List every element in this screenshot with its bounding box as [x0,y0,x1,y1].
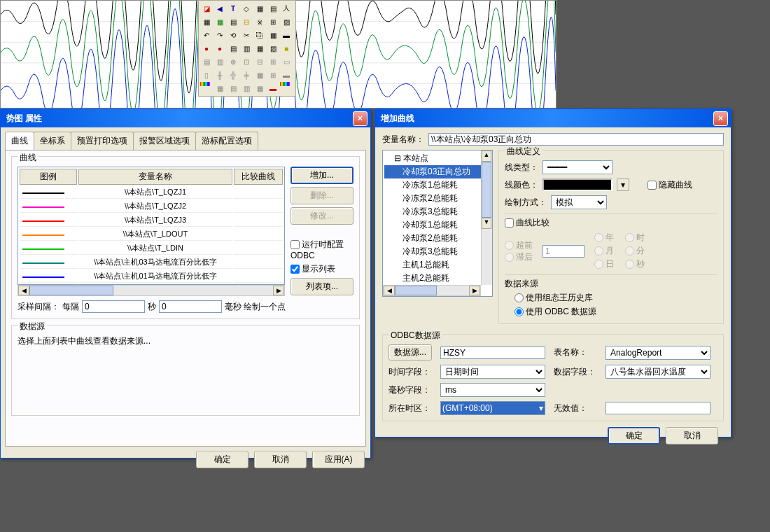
delete-button[interactable]: 删除... [290,187,354,204]
tool-icon[interactable]: ▥ [240,82,253,94]
tool-icon[interactable]: ▧ [267,42,279,55]
listopt-button[interactable]: 列表项... [290,278,354,295]
tool-icon[interactable]: ▥ [240,42,253,55]
h-scrollbar[interactable]: ◀ ▶ [18,285,285,296]
tool-icon[interactable]: ╪ [240,69,253,81]
tree-item[interactable]: 冷却泵1总能耗 [384,218,491,232]
showlist-checkbox[interactable]: 显示列表 [290,263,354,275]
scroll-left-icon[interactable]: ◀ [384,286,395,295]
tool-icon[interactable]: ▬ [280,69,293,81]
tool-icon[interactable]: ╫ [214,69,226,81]
tree-item[interactable]: 冷冻泵2总能耗 [384,192,491,205]
scroll-thumb[interactable] [395,286,437,295]
col-legend[interactable]: 图例 [20,169,77,185]
tool-icon[interactable]: ▦ [253,42,266,55]
tool-icon[interactable]: ▦ [253,2,266,15]
scroll-up-icon[interactable]: ▲ [482,150,491,162]
msfield-select[interactable]: ms [440,383,545,397]
tool-icon[interactable]: ▬ [267,82,279,94]
tool-icon[interactable]: ╬ [227,69,239,81]
tool-cut-icon[interactable]: ✂ [240,29,253,41]
tool-icon[interactable]: ◪ [200,2,213,15]
close-icon[interactable]: × [713,111,728,126]
tool-icon[interactable]: ⊞ [267,69,279,81]
variable-tree[interactable]: 本站点 冷却泵03正向总功冷冻泵1总能耗冷冻泵2总能耗冷冻泵3总能耗冷却泵1总能… [382,150,493,297]
tool-icon[interactable]: ⊡ [240,55,253,68]
table-row[interactable]: \\本站点\T_LQZJ1 [20,186,283,199]
compare-checkbox[interactable]: 曲线比较 [505,218,550,227]
tab-cursor[interactable]: 游标配置选项 [195,132,258,150]
tree-item[interactable]: 主机1总能耗 [384,258,491,272]
table-select[interactable]: AnalogReport [606,346,710,360]
tool-redo-icon[interactable]: ↷ [214,29,226,41]
tool-icon[interactable]: ■ [280,42,293,55]
table-row[interactable]: \\本站点\T_LQZJ3 [20,214,283,227]
titlebar[interactable]: 增加曲线 × [375,109,731,127]
tool-icon[interactable]: ▨ [280,15,293,28]
tool-icon[interactable]: ● [214,42,226,55]
tool-icon[interactable]: ⊕ [227,55,239,68]
linetype-select[interactable]: ━━━━ [542,160,612,174]
tab-axis[interactable]: 坐标系 [34,132,71,150]
datasource-button[interactable]: 数据源... [388,344,432,360]
titlebar[interactable]: 势图 属性 × [1,109,370,127]
h-scrollbar[interactable]: ◀ ▶ [383,285,481,296]
tree-item[interactable]: 冷却泵3总能耗 [384,245,491,258]
tool-icon[interactable]: ▦ [253,82,266,94]
tool-icon[interactable]: ▯ [200,69,213,81]
scroll-thumb[interactable] [29,286,113,295]
tool-icon[interactable]: ⊞ [267,15,279,28]
odbc-checkbox[interactable]: 运行时配置ODBC [290,239,354,260]
tool-icon[interactable]: ▦ [200,15,213,28]
table-row[interactable]: \\本站点\主机01马达电流百分比低字 [20,270,283,283]
tree-item[interactable]: 冷却泵2总能耗 [384,232,491,245]
color-swatch[interactable] [542,178,612,191]
tool-icon[interactable]: ▤ [200,55,213,68]
add-button[interactable]: 增加... [290,167,354,184]
cancel-button[interactable]: 取消 [666,427,718,444]
tool-undo-icon[interactable]: ↶ [200,29,213,41]
ok-button[interactable]: 确定 [608,427,660,444]
v-scrollbar[interactable]: ▲ ▼ [481,150,492,285]
tree-root[interactable]: 本站点 [384,152,491,165]
col-varname[interactable]: 变量名称 [78,169,233,185]
tool-icon[interactable]: ▦ [214,15,226,28]
table-row[interactable]: \\本站点\T_LDIN [20,242,283,255]
tree-item[interactable]: 冷却泵03正向总功 [384,165,491,178]
varname-input[interactable] [428,133,724,146]
tool-icon[interactable]: ▦ [267,29,279,41]
tab-curve[interactable]: 曲线 [5,132,34,150]
tool-icon[interactable]: ▤ [227,15,239,28]
tool-icon[interactable]: ▦ [253,69,266,81]
table-row[interactable]: \\本站点\T_LQZJ2 [20,200,283,213]
tool-copy-icon[interactable]: ⿻ [253,29,266,41]
apply-button[interactable]: 应用(A) [312,451,365,468]
interval-input[interactable] [82,300,145,313]
tool-icon[interactable]: ※ [253,15,266,28]
tool-icon[interactable]: ◀ [214,2,226,15]
tool-text-icon[interactable]: T [227,2,239,15]
datasource-input[interactable] [440,346,545,359]
cancel-button[interactable]: 取消 [254,451,307,468]
tab-alarm[interactable]: 报警区域选项 [133,132,196,150]
tz-select[interactable]: (GMT+08:00)▾ [440,401,545,415]
modify-button[interactable]: 修改... [290,207,354,225]
tool-icon[interactable]: ▥ [214,55,226,68]
datafield-select[interactable]: 八号集水器回水温度 [606,365,710,379]
tool-icon[interactable]: ⊟ [240,15,253,28]
col-compare[interactable]: 比较曲线 [234,169,283,185]
curve-table[interactable]: 图例 变量名称 比较曲线 \\本站点\T_LQZJ1\\本站点\T_LQZJ2\… [18,167,285,285]
scroll-down-icon[interactable]: ▼ [482,218,491,229]
tool-icon[interactable]: ⊟ [253,55,266,68]
tool-icon[interactable]: ⊞ [267,55,279,68]
hide-checkbox[interactable]: 隐藏曲线 [648,179,692,191]
tool-icon[interactable] [280,82,290,86]
drawmode-select[interactable]: 模拟 [551,195,607,209]
timefield-select[interactable]: 日期时间 [440,365,545,379]
tool-icon[interactable]: ▤ [227,82,239,94]
tool-icon[interactable]: ▭ [280,55,293,68]
close-icon[interactable]: × [353,111,368,126]
interval2-input[interactable] [159,300,222,313]
src-hist-radio[interactable]: 使用组态王历史库 [514,292,718,304]
tab-print[interactable]: 预置打印选项 [71,132,134,150]
